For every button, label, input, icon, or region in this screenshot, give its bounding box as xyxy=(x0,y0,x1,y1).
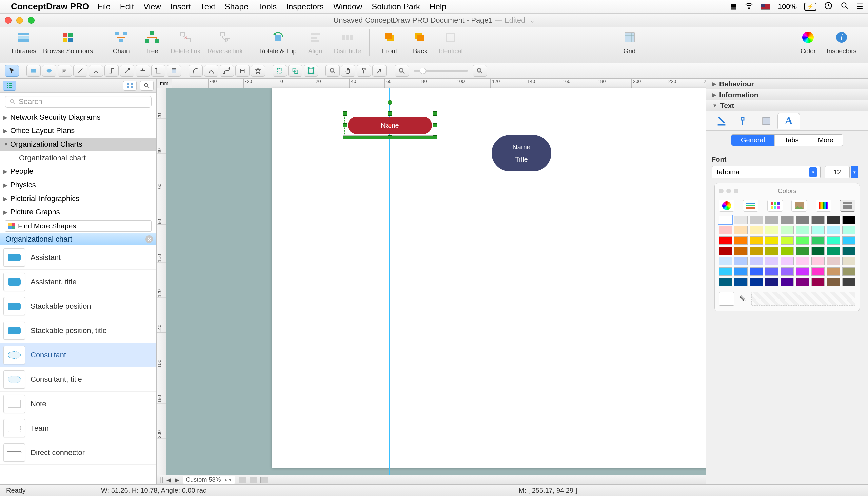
font-size-input[interactable]: 12▾ xyxy=(825,166,850,178)
curve-tool-1[interactable] xyxy=(189,65,203,77)
front-button[interactable]: Front xyxy=(378,29,402,55)
color-swatch[interactable] xyxy=(842,257,855,265)
shape-direct-connector[interactable]: Direct connector xyxy=(0,440,156,465)
menu-help[interactable]: Help xyxy=(430,2,446,12)
shape-stackable-title[interactable]: Stackable position, title xyxy=(0,319,156,343)
rotate-flip-button[interactable]: Rotate & Flip xyxy=(259,29,297,55)
resize-handle[interactable] xyxy=(388,111,392,115)
text-tab-fill[interactable] xyxy=(755,113,777,129)
color-swatch[interactable] xyxy=(750,247,763,255)
find-more-shapes[interactable]: Find More Shapes xyxy=(5,220,152,232)
color-swatch[interactable] xyxy=(811,278,825,286)
color-mode-spectrum[interactable] xyxy=(816,200,832,212)
lib-pictorial[interactable]: ▶Pictorial Infographics xyxy=(0,192,156,205)
zoom-out-button[interactable] xyxy=(395,65,409,77)
color-swatch[interactable] xyxy=(780,216,794,224)
lib-org-charts[interactable]: ▼Organizational Charts xyxy=(0,138,156,151)
lib-physics[interactable]: ▶Physics xyxy=(0,178,156,192)
menu-edit[interactable]: Edit xyxy=(120,2,134,12)
color-swatch[interactable] xyxy=(734,247,747,255)
browse-solutions-button[interactable]: Browse Solutions xyxy=(43,29,93,55)
zoom-slider[interactable] xyxy=(414,70,468,72)
color-swatch[interactable] xyxy=(780,236,794,245)
tree-button[interactable]: Tree xyxy=(140,29,164,55)
sect-behaviour[interactable]: ▶Behaviour xyxy=(706,79,868,90)
resize-handle[interactable] xyxy=(433,135,437,139)
color-swatch[interactable] xyxy=(827,216,840,224)
color-swatch[interactable] xyxy=(827,257,840,265)
shape-note[interactable]: Note xyxy=(0,392,156,416)
shape-assistant-title[interactable]: Assistant, title xyxy=(0,270,156,294)
window-close-button[interactable] xyxy=(5,17,12,24)
color-swatch[interactable] xyxy=(827,236,840,245)
close-library-icon[interactable]: ✕ xyxy=(146,235,153,243)
dim-tool[interactable] xyxy=(235,65,250,77)
color-swatch[interactable] xyxy=(796,236,809,245)
menu-inspectors[interactable]: Inspectors xyxy=(286,2,324,12)
color-swatch[interactable] xyxy=(719,247,732,255)
eyedropper-icon[interactable]: ✎ xyxy=(739,294,747,304)
resize-handle[interactable] xyxy=(433,123,437,127)
pointer-tool[interactable] xyxy=(5,65,19,77)
rotate-handle[interactable] xyxy=(388,100,392,105)
menu-window[interactable]: Window xyxy=(333,2,362,12)
menu-shape[interactable]: Shape xyxy=(225,2,248,12)
inspectors-button[interactable]: iInspectors xyxy=(827,29,856,55)
resize-handle[interactable] xyxy=(433,111,437,115)
title-dropdown-icon[interactable]: ⌄ xyxy=(529,17,535,24)
zoom-combo[interactable]: Custom 58%▲▼ xyxy=(183,476,235,484)
color-mode-wheel[interactable] xyxy=(719,200,734,212)
text-tab-font[interactable]: A xyxy=(777,113,800,129)
menu-file[interactable]: File xyxy=(97,2,110,12)
shape-consultant-title[interactable]: Consultant, title xyxy=(0,367,156,392)
chain-button[interactable]: Chain xyxy=(109,29,133,55)
sidebar-view-grid[interactable] xyxy=(123,81,137,91)
guide-horizontal[interactable] xyxy=(166,153,706,154)
star-tool[interactable] xyxy=(251,65,265,77)
menu-insert[interactable]: Insert xyxy=(170,2,191,12)
canvas-shape-2[interactable]: Name Title xyxy=(492,135,551,171)
color-swatch[interactable] xyxy=(796,226,809,234)
color-mode-image[interactable] xyxy=(791,200,807,212)
color-swatch[interactable] xyxy=(734,226,747,234)
lib-people[interactable]: ▶People xyxy=(0,165,156,178)
app-name[interactable]: ConceptDraw PRO xyxy=(11,1,89,12)
color-swatch[interactable] xyxy=(719,267,732,276)
color-swatch[interactable] xyxy=(780,267,794,276)
text-tool[interactable] xyxy=(58,65,72,77)
color-swatch[interactable] xyxy=(765,267,778,276)
resize-handle[interactable] xyxy=(388,135,392,139)
color-swatch[interactable] xyxy=(750,226,763,234)
recent-colors[interactable] xyxy=(751,292,855,306)
shape-team[interactable]: Team xyxy=(0,416,156,440)
sidebar-view-tree[interactable] xyxy=(3,81,16,91)
color-swatch[interactable] xyxy=(719,216,732,224)
color-swatch[interactable] xyxy=(719,236,732,245)
color-swatch[interactable] xyxy=(750,257,763,265)
connector-2[interactable] xyxy=(104,65,119,77)
color-swatch[interactable] xyxy=(780,247,794,255)
color-mode-swatches[interactable] xyxy=(840,200,855,212)
color-swatch[interactable] xyxy=(842,236,855,245)
color-swatch[interactable] xyxy=(811,226,825,234)
page-next[interactable]: ▶ xyxy=(175,476,179,484)
color-swatch[interactable] xyxy=(842,267,855,276)
color-swatch[interactable] xyxy=(734,257,747,265)
color-swatch[interactable] xyxy=(780,278,794,286)
color-swatch[interactable] xyxy=(765,247,778,255)
color-swatch[interactable] xyxy=(765,278,778,286)
color-swatch[interactable] xyxy=(827,267,840,276)
color-swatch[interactable] xyxy=(827,247,840,255)
color-swatch[interactable] xyxy=(827,278,840,286)
back-button[interactable]: Back xyxy=(408,29,432,55)
format-painter[interactable] xyxy=(357,65,371,77)
color-button[interactable]: Color xyxy=(796,29,820,55)
color-swatch[interactable] xyxy=(811,267,825,276)
control-strip-icon[interactable]: ▦ xyxy=(730,2,737,11)
text-tab-paint[interactable] xyxy=(733,113,755,129)
subtab-tabs[interactable]: Tabs xyxy=(775,135,808,146)
clock-icon[interactable] xyxy=(824,1,833,12)
connector-3[interactable] xyxy=(120,65,134,77)
color-swatch[interactable] xyxy=(734,278,747,286)
canvas-area[interactable]: mm -40-200204060801001201401601802002202… xyxy=(156,79,706,484)
